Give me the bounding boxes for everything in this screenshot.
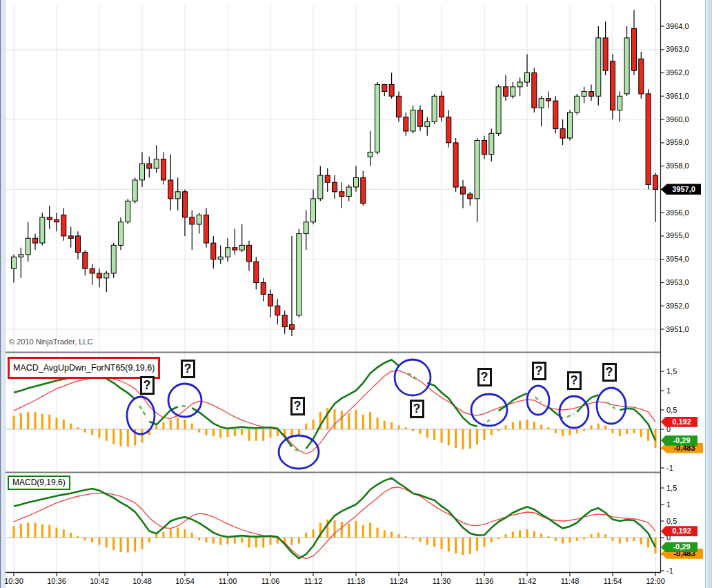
panel-divider[interactable] xyxy=(0,352,661,353)
price-axis-label: 3952,0 xyxy=(666,302,689,310)
time-axis-label[interactable]: 11:00 xyxy=(214,577,241,585)
macd-histogram-bar xyxy=(106,538,108,547)
time-axis-label[interactable]: 10:42 xyxy=(86,577,113,585)
vertical-scrollbar[interactable] xyxy=(705,0,712,588)
candle-body xyxy=(603,38,608,70)
question-mark-annotation[interactable]: ? xyxy=(602,363,617,382)
question-mark-annotation[interactable]: ? xyxy=(181,360,195,378)
macd-histogram-bar xyxy=(519,421,521,429)
macd-histogram-bar xyxy=(412,429,414,431)
ellipse-annotation[interactable] xyxy=(597,388,626,424)
macd-histogram-bar xyxy=(476,538,478,551)
last-price-badge: 3957,0 xyxy=(661,184,701,195)
price-axis-label: 3961,0 xyxy=(666,92,689,100)
macd-histogram-bar xyxy=(227,429,229,437)
candle-body xyxy=(132,180,137,201)
macd-histogram-bar xyxy=(355,410,357,429)
macd-histogram-bar xyxy=(198,429,200,433)
macd-histogram-bar xyxy=(562,429,564,436)
macd-histogram-bar xyxy=(170,420,172,429)
candle-body xyxy=(111,245,116,273)
time-axis-label[interactable]: 10:36 xyxy=(43,577,70,585)
macd-histogram-bar xyxy=(377,418,379,429)
candle-body xyxy=(333,182,337,192)
macd-histogram-bar xyxy=(497,429,500,431)
indicator-label-macd-standard[interactable]: MACD(9,19,6) xyxy=(8,476,70,490)
macd-histogram-bar xyxy=(27,412,29,429)
time-axis-label[interactable]: 11:36 xyxy=(471,577,498,585)
question-mark-annotation[interactable]: ? xyxy=(567,371,582,390)
ninjatrader-chart-window: © 2010 NinjaTrader, LLC MACD_AvgUpDwn_Fo… xyxy=(0,0,712,588)
macd-histogram-bar xyxy=(398,425,400,429)
macd-histogram-bar xyxy=(398,534,400,538)
candle-body xyxy=(411,110,415,131)
chart-canvas[interactable] xyxy=(0,0,712,588)
candle-body xyxy=(482,141,487,155)
question-mark-annotation[interactable]: ? xyxy=(410,400,424,418)
macd-histogram-bar xyxy=(206,429,208,435)
candle-body xyxy=(140,164,145,180)
candle-body xyxy=(475,141,479,199)
time-axis-label[interactable]: 11:48 xyxy=(556,577,584,585)
candle-body xyxy=(368,152,373,157)
candle-body xyxy=(539,99,544,108)
macd-histogram-bar xyxy=(341,522,343,538)
macd-histogram-bar xyxy=(355,521,357,538)
candle-body xyxy=(339,192,344,197)
panel-divider[interactable] xyxy=(0,472,661,473)
question-mark-annotation[interactable]: ? xyxy=(532,362,546,380)
question-mark-annotation[interactable]: ? xyxy=(290,397,305,415)
candle-body xyxy=(76,236,81,253)
time-axis-label[interactable]: 11:30 xyxy=(428,577,455,585)
ellipse-annotation[interactable] xyxy=(279,435,319,469)
macd-histogram-bar xyxy=(63,420,65,429)
ellipse-annotation[interactable] xyxy=(560,396,589,428)
time-axis-label[interactable]: 11:42 xyxy=(513,577,541,585)
time-axis-label[interactable]: 10:30 xyxy=(0,577,28,585)
macd-histogram-bar xyxy=(20,524,22,538)
macd-histogram-bar xyxy=(348,413,350,430)
time-axis-label[interactable]: 11:24 xyxy=(385,577,413,585)
candle-body xyxy=(468,194,473,199)
macd-histogram-bar xyxy=(34,522,37,538)
macd-histogram-bar xyxy=(270,538,272,545)
macd-histogram-bar xyxy=(419,429,422,434)
macd-histogram-bar xyxy=(219,429,221,438)
indicator-axis-label: 1,5 xyxy=(666,367,677,375)
time-axis-label[interactable]: 10:48 xyxy=(128,577,156,585)
candle-body xyxy=(639,59,644,94)
time-axis-label[interactable]: 11:18 xyxy=(342,577,370,585)
macd-histogram-bar xyxy=(13,415,15,429)
macd-histogram-bar xyxy=(313,420,315,429)
price-axis-label: 3960,0 xyxy=(666,115,689,124)
time-axis-label[interactable]: 11:54 xyxy=(599,577,626,585)
macd-histogram-bar xyxy=(526,420,528,429)
macd-histogram-bar xyxy=(313,529,315,538)
macd-histogram-bar xyxy=(177,418,179,429)
time-axis-label[interactable]: 10:54 xyxy=(171,577,199,585)
macd-histogram-bar xyxy=(13,526,15,538)
candle-body xyxy=(12,257,17,268)
macd-histogram-bar xyxy=(604,534,606,538)
price-axis-label: 3951,0 xyxy=(666,325,689,333)
macd-histogram-bar xyxy=(412,538,414,539)
candle-body xyxy=(290,324,295,329)
macd-histogram-bar xyxy=(191,533,193,538)
indicator-axis-label: 0,5 xyxy=(666,517,677,525)
candle-body xyxy=(375,84,380,152)
macd-histogram-bar xyxy=(227,538,229,545)
time-axis-label[interactable]: 11:12 xyxy=(299,577,327,585)
indicator-label-macd-custom[interactable]: MACD_AvgUpDwn_ForNT65(9,19,6) xyxy=(8,357,160,379)
candle-body xyxy=(617,96,622,110)
ellipse-annotation[interactable] xyxy=(127,397,155,434)
time-axis-label[interactable]: 12:00 xyxy=(642,577,669,585)
question-mark-annotation[interactable]: ? xyxy=(477,368,492,386)
time-axis-label[interactable]: 11:06 xyxy=(257,577,284,585)
macd-histogram-bar xyxy=(155,534,157,538)
question-mark-annotation[interactable]: ? xyxy=(140,376,155,395)
candle-body xyxy=(596,38,601,96)
macd-histogram-bar xyxy=(441,538,443,549)
macd-histogram-bar xyxy=(491,429,493,435)
macd-histogram-bar xyxy=(604,425,606,429)
price-axis-label: 3953,0 xyxy=(666,278,689,286)
